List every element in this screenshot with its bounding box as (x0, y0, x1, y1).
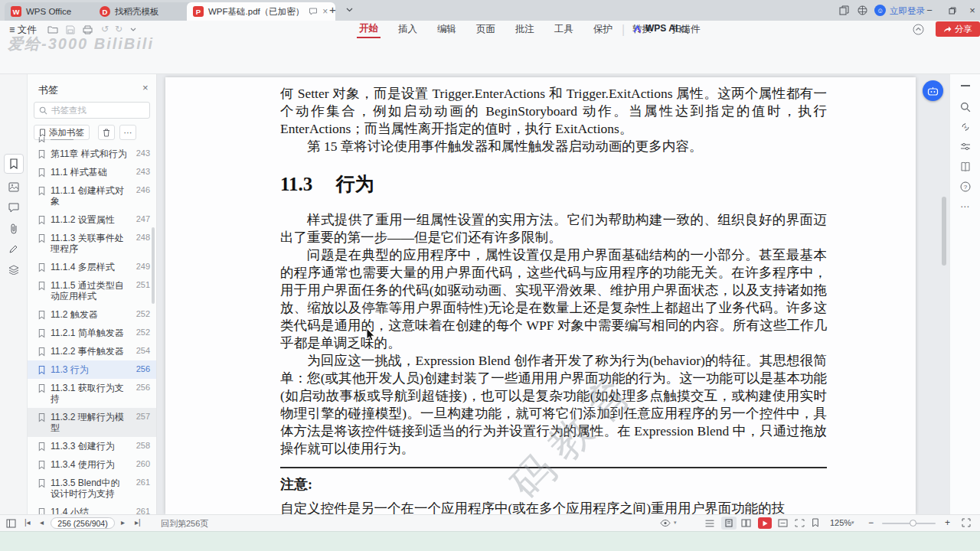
redo-icon[interactable]: ↻ (115, 24, 122, 34)
more-tools-icon[interactable]: ⋯ (960, 201, 970, 212)
search-icon[interactable] (680, 25, 689, 34)
fit-width-status-icon[interactable] (778, 519, 788, 527)
workspace-icon[interactable] (839, 5, 849, 15)
comments-tab-icon[interactable] (8, 203, 19, 213)
undo-icon[interactable]: ↺ (101, 24, 109, 34)
zoom-slider-knob[interactable] (910, 520, 916, 527)
comment-bubble-icon[interactable] (309, 7, 318, 16)
share-button[interactable]: 分享 (936, 21, 980, 37)
collapse-strip-icon[interactable] (961, 85, 970, 86)
bookmark-icon (38, 186, 46, 196)
reader-book-icon[interactable] (960, 161, 971, 172)
translate-side-icon[interactable]: A (960, 122, 971, 132)
menu-item-4[interactable]: 页面 (474, 21, 498, 37)
avatar[interactable]: ☺ (874, 5, 886, 16)
bookmark-item[interactable]: 11.2 触发器252 (28, 305, 156, 324)
menu-item-2[interactable]: 插入 (396, 21, 420, 37)
search-doc-icon[interactable] (960, 102, 971, 112)
two-page-view-icon[interactable] (741, 519, 751, 527)
close-window-button[interactable]: × (962, 0, 980, 21)
help-icon[interactable]: ? (960, 181, 971, 192)
last-page-icon[interactable]: ▸| (135, 518, 141, 527)
tab-docer-template[interactable]: D 找稻壳模板 (93, 2, 196, 21)
attachments-tab-icon[interactable] (9, 223, 18, 234)
zoom-chevron-icon[interactable]: ▾ (851, 520, 854, 526)
menu-item-3[interactable]: 编辑 (435, 21, 459, 37)
zoom-level-label[interactable]: 125% (830, 518, 851, 527)
bookmark-item[interactable]: 11.3.3 创建行为258 (28, 437, 156, 455)
community-globe-icon[interactable] (858, 5, 867, 15)
bookmark-item[interactable]: 11.2.2 事件触发器254 (28, 342, 156, 360)
print-icon[interactable] (83, 25, 93, 34)
zoom-out-button[interactable]: − (868, 517, 874, 528)
bookmark-item[interactable]: 11.1.2 设置属性247 (28, 210, 156, 229)
wps-ai-fab[interactable] (923, 80, 943, 101)
next-page-icon[interactable]: ▸ (121, 518, 125, 527)
bookmark-item[interactable]: 11.3.1 获取行为支持256 (28, 379, 156, 408)
section-heading: 11.3行为 (280, 175, 827, 193)
new-tab-button[interactable]: + (329, 3, 336, 16)
restore-button[interactable] (942, 0, 963, 21)
first-page-icon[interactable]: |◂ (24, 518, 31, 527)
autoplay-button[interactable] (758, 517, 772, 529)
prev-page-icon[interactable]: ◂ (40, 518, 44, 527)
bookmark-item[interactable]: 11.1.3 关联事件处理程序248 (28, 229, 156, 258)
settings-sliders-icon[interactable] (960, 142, 971, 152)
bookmark-item[interactable]: 11.3.4 使用行为260 (28, 455, 156, 474)
view-chevron-icon[interactable]: ▾ (674, 520, 677, 526)
docer-icon: D (100, 6, 110, 17)
bookmark-search-box[interactable]: 书签查找 (34, 102, 150, 119)
fullscreen-icon[interactable] (962, 518, 971, 527)
tab-list-chevron-icon[interactable] (346, 8, 353, 12)
bookmarks-tab-button[interactable] (4, 154, 24, 174)
panel-scrollbar[interactable] (152, 227, 155, 304)
menu-item-6[interactable]: 工具 (552, 21, 576, 37)
bookmark-item[interactable]: 第11章 样式和行为243 (28, 145, 156, 163)
zoom-in-button[interactable]: + (945, 517, 950, 528)
tab-document[interactable]: P WPF基础.pdf（已加密） × (187, 2, 335, 21)
bookmark-item[interactable]: 11.3 行为256 (28, 360, 156, 379)
page-nav-input[interactable]: 256 (256/904) (51, 517, 115, 529)
continuous-view-icon[interactable] (704, 519, 715, 528)
bookmark-status-icon[interactable] (812, 518, 819, 527)
toggle-sidebar-icon[interactable] (6, 519, 16, 528)
bookmark-item[interactable]: 11.1.1 创建样式对象246 (28, 181, 156, 210)
menu-item-5[interactable]: 批注 (513, 21, 537, 37)
file-menu[interactable]: ≡ 文件 (9, 24, 37, 37)
collapse-ribbon-icon[interactable] (913, 24, 924, 35)
close-panel-icon[interactable]: × (142, 82, 149, 93)
close-tab-icon[interactable]: × (322, 6, 328, 17)
menu-item-1[interactable]: 开始 (357, 21, 381, 38)
open-folder-icon[interactable] (47, 25, 58, 34)
fit-page-status-icon[interactable] (795, 519, 805, 527)
menu-item-7[interactable]: 保护 (591, 21, 615, 37)
back-to-page-link[interactable]: 回到第256页 (161, 518, 208, 530)
bookmark-page: 261 (136, 507, 150, 514)
bookmark-item[interactable]: 11.4 小结261 (28, 503, 156, 514)
single-page-view-button[interactable] (721, 517, 737, 530)
thumbnails-tab-icon[interactable] (8, 182, 19, 192)
document-scrollbar[interactable] (942, 197, 946, 266)
bookmark-label: 11.3.1 获取行为支持 (51, 383, 129, 404)
wps-ai-menu[interactable]: WPS AI (632, 23, 678, 34)
layers-tab-icon[interactable] (8, 265, 19, 275)
bookmark-page: 243 (136, 148, 150, 158)
pdf-icon: P (193, 6, 204, 17)
view-eye-icon[interactable] (660, 519, 671, 527)
tab-wps-home[interactable]: W WPS Office (5, 2, 103, 21)
tab-label: WPS Office (26, 7, 71, 16)
bookmark-item[interactable]: 11.3.2 理解行为模型257 (28, 408, 156, 437)
bookmark-icon (38, 281, 46, 291)
minimize-button[interactable]: − (919, 0, 940, 21)
bookmark-item[interactable]: 11.2.1 简单触发器252 (28, 324, 156, 342)
save-icon[interactable] (66, 25, 75, 34)
quickbar-chevron-icon[interactable] (130, 28, 136, 32)
document-viewport[interactable]: 何 Setter 对象，而是设置 Trigger.EnterActions 和 … (157, 74, 949, 514)
bookmark-item[interactable]: 11.3.5 Blend中的设计时行为支持261 (28, 474, 156, 503)
annotate-pen-tab-icon[interactable] (8, 244, 18, 254)
bookmark-icon (38, 507, 46, 514)
zoom-slider-track[interactable] (882, 523, 936, 524)
bookmark-item[interactable]: 11.1.5 通过类型自动应用样式251 (28, 276, 156, 305)
bookmark-item[interactable]: 11.1.4 多层样式249 (28, 258, 156, 276)
bookmark-item[interactable]: 11.1 样式基础243 (28, 163, 156, 181)
